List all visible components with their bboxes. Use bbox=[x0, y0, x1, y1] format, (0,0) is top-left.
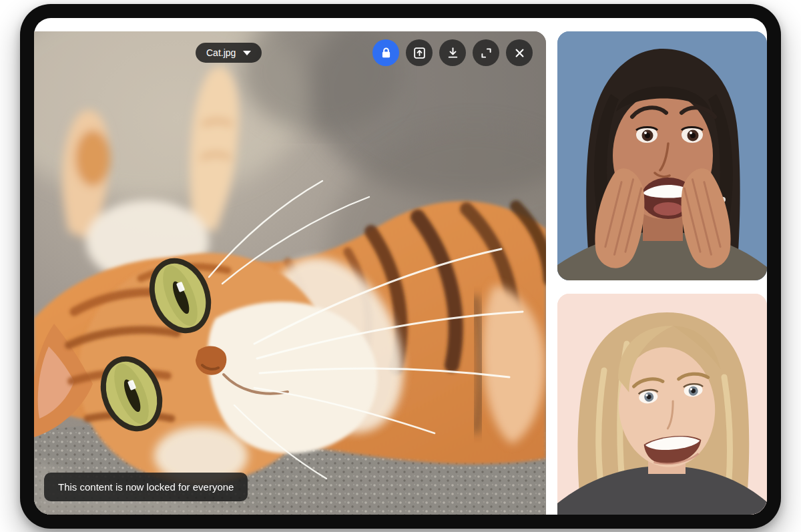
participant-2-video-feed bbox=[557, 294, 767, 515]
cat-photo bbox=[34, 31, 546, 515]
participant-video-2[interactable] bbox=[557, 294, 767, 515]
download-icon bbox=[446, 46, 460, 60]
close-icon bbox=[513, 46, 527, 60]
content-toolbar bbox=[372, 39, 533, 66]
lock-toast: This content is now locked for everyone bbox=[44, 473, 248, 501]
present-to-screen-button[interactable] bbox=[406, 39, 433, 66]
file-name-label: Cat.jpg bbox=[206, 47, 236, 58]
expand-icon bbox=[479, 46, 493, 60]
caret-down-icon bbox=[243, 51, 251, 55]
call-window: Cat.jpg bbox=[34, 18, 767, 515]
download-button[interactable] bbox=[439, 39, 466, 66]
lock-icon bbox=[379, 46, 393, 60]
close-button[interactable] bbox=[506, 39, 533, 66]
file-name-dropdown[interactable]: Cat.jpg bbox=[196, 43, 262, 63]
shared-content-stage: Cat.jpg bbox=[34, 31, 546, 515]
participant-video-1[interactable] bbox=[557, 31, 767, 280]
present-to-screen-icon bbox=[413, 46, 427, 60]
lock-button[interactable] bbox=[372, 39, 399, 66]
participant-strip bbox=[557, 31, 767, 515]
participant-1-video-feed bbox=[557, 31, 767, 280]
expand-button[interactable] bbox=[473, 39, 499, 66]
toast-message: This content is now locked for everyone bbox=[58, 481, 234, 493]
device-frame: Cat.jpg bbox=[20, 4, 781, 529]
